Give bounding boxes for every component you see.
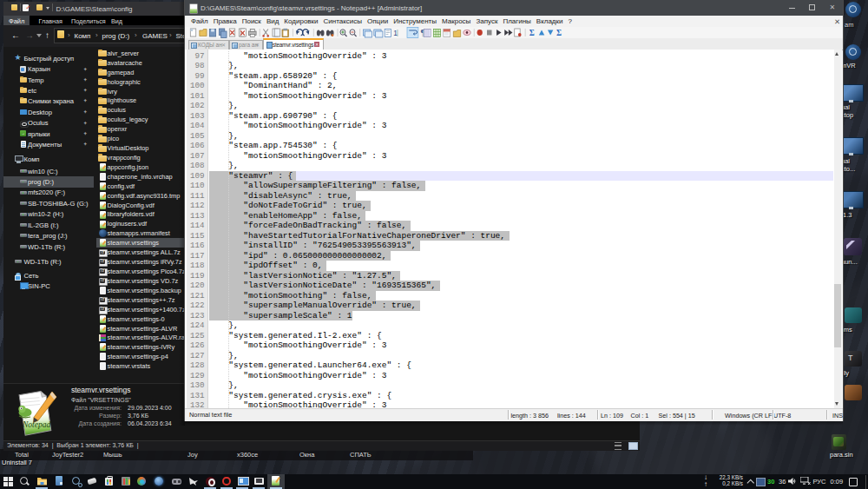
svg-text:Σ: Σ [556,28,562,37]
svg-text:1: 1 [393,29,398,37]
svg-text:Notepad: Notepad [22,420,50,429]
svg-text:Σ: Σ [529,28,535,37]
